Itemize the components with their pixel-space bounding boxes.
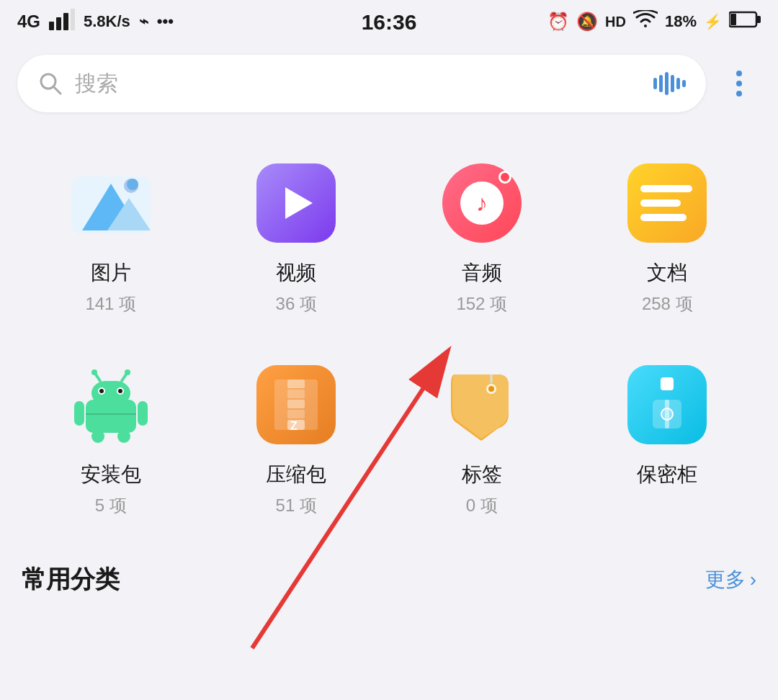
- category-image[interactable]: 图片 141 项: [22, 138, 200, 333]
- network-speed: 5.8K/s: [84, 12, 130, 31]
- audio-label: 音频: [462, 259, 502, 287]
- svg-point-22: [91, 369, 97, 375]
- svg-point-18: [99, 389, 104, 393]
- signal-bars: [49, 9, 75, 35]
- search-bar[interactable]: 搜索: [17, 55, 706, 112]
- category-zip[interactable]: Z 压缩包 51 项: [207, 340, 386, 534]
- category-grid: 图片 141 项 视频 36 项 ♪ 音频: [0, 124, 778, 542]
- more-label: 更多: [705, 566, 746, 593]
- audio-count: 152 项: [456, 292, 507, 315]
- safe-icon: [624, 362, 710, 448]
- doc-line2: [640, 199, 681, 207]
- battery-icon: [729, 11, 761, 32]
- video-count: 36 项: [276, 292, 317, 315]
- svg-text:Z: Z: [290, 420, 298, 430]
- tag-icon: [439, 362, 525, 448]
- tag-label: 标签: [462, 461, 502, 488]
- audio-dot: [498, 171, 511, 184]
- play-triangle: [285, 187, 313, 219]
- zip-count: 51 项: [276, 494, 317, 517]
- svg-rect-0: [49, 22, 54, 30]
- category-video[interactable]: 视频 36 项: [207, 138, 386, 333]
- svg-rect-3: [71, 9, 75, 30]
- tag-count: 0 项: [466, 494, 498, 517]
- voice-search-icon[interactable]: [653, 72, 686, 95]
- svg-rect-6: [730, 14, 736, 25]
- battery-percent: 18%: [665, 12, 697, 31]
- status-left: 4G 5.8K/s ⌁ •••: [17, 9, 174, 35]
- status-time: 16:36: [362, 10, 417, 35]
- image-label: 图片: [91, 259, 131, 287]
- more-link[interactable]: 更多 ›: [705, 566, 756, 593]
- safe-handle: [661, 377, 674, 390]
- svg-rect-1: [56, 17, 61, 30]
- zip-icon: Z: [253, 362, 339, 448]
- music-note: ♪: [476, 190, 488, 217]
- svg-rect-24: [74, 401, 84, 426]
- category-apk[interactable]: 安装包 5 项: [22, 340, 200, 534]
- svg-point-13: [127, 179, 138, 190]
- wifi-icon: [633, 10, 658, 33]
- document-label: 文档: [647, 259, 687, 287]
- search-bar-container: 搜索: [0, 43, 778, 124]
- video-label: 视频: [276, 259, 316, 287]
- svg-rect-31: [287, 390, 305, 398]
- safe-icon-shape: [627, 365, 707, 444]
- doc-line3: [640, 214, 687, 221]
- alarm-icon: ⏰: [547, 12, 569, 32]
- hd-label: HD: [605, 14, 626, 30]
- status-bar: 4G 5.8K/s ⌁ ••• 16:36 ⏰ 🔕 HD 18% ⚡: [0, 0, 778, 43]
- video-icon: [253, 160, 339, 246]
- status-right: ⏰ 🔕 HD 18% ⚡: [547, 10, 761, 33]
- category-safe[interactable]: 保密柜: [578, 340, 757, 534]
- audio-icon-shape: ♪: [442, 163, 522, 243]
- svg-rect-15: [91, 381, 130, 405]
- image-icon: [68, 160, 154, 246]
- safe-body-svg: [649, 396, 685, 432]
- svg-rect-5: [756, 16, 761, 23]
- svg-rect-33: [287, 410, 305, 418]
- svg-point-23: [125, 369, 130, 375]
- svg-rect-30: [287, 380, 305, 388]
- search-icon: [37, 71, 63, 97]
- video-icon-shape: [256, 163, 336, 243]
- svg-line-8: [53, 86, 61, 94]
- document-icon: [624, 160, 710, 246]
- signal-icon: 4G: [17, 12, 40, 32]
- category-audio[interactable]: ♪ 音频 152 项: [393, 138, 571, 333]
- category-tag[interactable]: 标签 0 项: [393, 340, 571, 534]
- svg-rect-25: [138, 401, 148, 426]
- zip-label: 压缩包: [266, 461, 326, 488]
- svg-point-19: [118, 389, 122, 393]
- svg-point-37: [488, 386, 494, 392]
- dot: [736, 91, 742, 97]
- image-count: 141 项: [85, 292, 136, 315]
- usb-icon: ⌁: [139, 12, 148, 31]
- grid: 图片 141 项 视频 36 项 ♪ 音频: [22, 138, 756, 534]
- charging-icon: ⚡: [704, 13, 722, 30]
- silent-icon: 🔕: [576, 12, 598, 32]
- chevron-right-icon: ›: [750, 568, 756, 591]
- svg-rect-32: [287, 400, 305, 408]
- svg-rect-26: [91, 430, 104, 443]
- audio-icon: ♪: [439, 160, 525, 246]
- apk-count: 5 项: [95, 494, 127, 517]
- apk-label: 安装包: [81, 461, 141, 488]
- section-title: 常用分类: [22, 563, 120, 596]
- document-count: 258 项: [642, 292, 693, 315]
- android-svg: [71, 365, 151, 444]
- more-options-button[interactable]: [717, 62, 761, 105]
- dot: [736, 71, 742, 76]
- audio-inner-circle: ♪: [460, 181, 504, 225]
- svg-rect-27: [117, 430, 130, 443]
- apk-icon: [68, 362, 154, 448]
- doc-line1: [640, 185, 692, 192]
- svg-rect-2: [63, 13, 68, 30]
- bottom-section: 常用分类 更多 ›: [0, 542, 778, 596]
- ellipsis: •••: [157, 12, 174, 31]
- zip-icon-shape: Z: [256, 365, 336, 444]
- svg-point-41: [661, 408, 673, 420]
- zip-svg: Z: [274, 380, 318, 430]
- category-document[interactable]: 文档 258 项: [578, 138, 757, 333]
- dot: [736, 81, 742, 86]
